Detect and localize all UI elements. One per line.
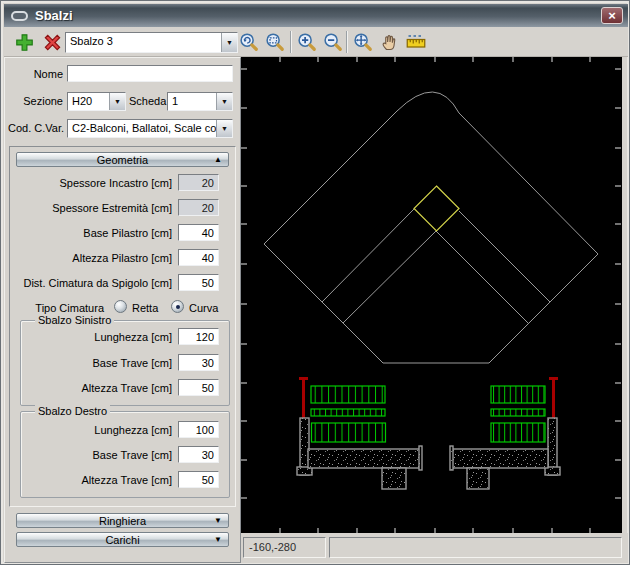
destro-base-trave-field[interactable] bbox=[178, 446, 219, 463]
pan-hand-icon bbox=[380, 32, 400, 52]
spessore-estremita-field[interactable] bbox=[178, 199, 219, 216]
field-label: Lunghezza [cm] bbox=[15, 331, 172, 343]
zoom-extents-icon bbox=[353, 32, 373, 52]
destro-lunghezza-field[interactable] bbox=[178, 421, 219, 438]
left-section bbox=[297, 377, 422, 489]
cod-cvar-label: Cod. C.Var. bbox=[5, 122, 64, 134]
toolbar: Sbalzo 3 ▼ bbox=[4, 27, 628, 57]
field-label: Altezza Pilastro [cm] bbox=[15, 252, 172, 264]
pan-button[interactable] bbox=[378, 30, 402, 54]
cursor-coordinates: -160,-280 bbox=[243, 537, 326, 558]
field-label: Dist. Cimatura da Spigolo [cm] bbox=[15, 277, 172, 289]
base-pilastro-field[interactable] bbox=[178, 224, 219, 241]
sbalzo-sinistro-title: Sbalzo Sinistro bbox=[35, 314, 114, 326]
sezione-label: Sezione bbox=[5, 95, 63, 107]
field-label: Lunghezza [cm] bbox=[15, 424, 172, 436]
measure-button[interactable] bbox=[404, 30, 428, 54]
chevron-down-icon: ▼ bbox=[216, 93, 232, 110]
rebar-row bbox=[312, 423, 386, 442]
field-label: Base Pilastro [cm] bbox=[15, 227, 172, 239]
sbalzo-selector-value: Sbalzo 3 bbox=[66, 33, 221, 52]
railing-post bbox=[302, 378, 305, 419]
field-label: Spessore Incastro [cm] bbox=[15, 177, 172, 189]
rebar-row bbox=[491, 409, 545, 416]
curva-radio[interactable] bbox=[171, 300, 184, 313]
collapse-down-icon: ▼ bbox=[214, 536, 222, 544]
properties-panel: Nome Sezione H20 ▼ Scheda 1 ▼ Cod. C.Var… bbox=[4, 57, 241, 563]
sbalzi-window: Sbalzi × Sbalzo 3 ▼ bbox=[0, 0, 630, 565]
field-label: Base Trave [cm] bbox=[15, 357, 172, 369]
sinistro-base-trave-field[interactable] bbox=[178, 354, 219, 371]
dropdown-button[interactable]: ▼ bbox=[221, 33, 237, 52]
retta-label: Retta bbox=[132, 302, 158, 314]
zoom-window-button[interactable] bbox=[263, 30, 287, 54]
toolbar-separator bbox=[346, 31, 348, 53]
zoom-in-icon bbox=[297, 32, 317, 52]
toolbar-separator bbox=[290, 31, 292, 53]
zoom-previous-icon bbox=[239, 32, 259, 52]
zoom-in-button[interactable] bbox=[295, 30, 319, 54]
carichi-section-button[interactable]: Carichi ▼ bbox=[16, 532, 229, 547]
carichi-section-label: Carichi bbox=[105, 534, 139, 546]
ringhiera-section-label: Ringhiera bbox=[99, 515, 146, 527]
chevron-down-icon: ▼ bbox=[109, 93, 125, 110]
window-titlebar[interactable]: Sbalzi × bbox=[4, 4, 628, 27]
spessore-incastro-field[interactable] bbox=[178, 174, 219, 191]
railing-post bbox=[552, 378, 555, 419]
nome-label: Nome bbox=[5, 68, 63, 80]
plus-icon bbox=[15, 33, 34, 52]
field-label: Base Trave [cm] bbox=[15, 449, 172, 461]
column-plan-highlight bbox=[414, 186, 459, 231]
sbalzo-selector[interactable]: Sbalzo 3 ▼ bbox=[65, 32, 238, 53]
cad-drawing bbox=[241, 57, 622, 533]
curva-label: Curva bbox=[189, 302, 218, 314]
right-section bbox=[450, 377, 560, 489]
sinistro-lunghezza-field[interactable] bbox=[178, 328, 219, 345]
ringhiera-section-button[interactable]: Ringhiera ▼ bbox=[16, 513, 229, 528]
zoom-out-button[interactable] bbox=[321, 30, 345, 54]
close-icon: × bbox=[608, 9, 616, 22]
sbalzo-destro-title: Sbalzo Destro bbox=[35, 405, 110, 417]
cod-cvar-select[interactable]: C2-Balconi, Ballatoi, Scale con ▼ bbox=[67, 119, 233, 138]
tipo-cimatura-label: Tipo Cimatura bbox=[15, 302, 104, 314]
scheda-select[interactable]: 1 ▼ bbox=[167, 92, 233, 111]
balcony-plan-outline bbox=[264, 92, 598, 363]
cad-viewport[interactable] bbox=[241, 57, 622, 533]
dist-cimatura-field[interactable] bbox=[178, 274, 219, 291]
delete-x-icon bbox=[43, 33, 62, 52]
close-button[interactable]: × bbox=[601, 7, 623, 24]
sinistro-altezza-trave-field[interactable] bbox=[178, 379, 219, 396]
status-message-box bbox=[329, 537, 622, 558]
geometria-section-button[interactable]: Geometria ▲ bbox=[16, 152, 229, 167]
retta-radio[interactable] bbox=[114, 300, 127, 313]
nome-input[interactable] bbox=[67, 65, 233, 82]
destro-altezza-trave-field[interactable] bbox=[178, 471, 219, 488]
chevron-down-icon: ▼ bbox=[226, 39, 233, 46]
geometria-section-label: Geometria bbox=[97, 154, 148, 166]
rebar-row bbox=[491, 386, 545, 403]
status-bar: -160,-280 bbox=[241, 533, 628, 563]
field-label: Altezza Trave [cm] bbox=[15, 474, 172, 486]
beam-plan-lines bbox=[322, 209, 550, 323]
delete-sbalzo-button[interactable] bbox=[40, 30, 64, 54]
zoom-previous-button[interactable] bbox=[237, 30, 261, 54]
window-title: Sbalzi bbox=[35, 8, 73, 23]
zoom-extents-button[interactable] bbox=[351, 30, 375, 54]
rebar-row bbox=[311, 386, 385, 403]
sezione-select[interactable]: H20 ▼ bbox=[67, 92, 126, 111]
rebar-row bbox=[491, 423, 545, 442]
cod-cvar-value: C2-Balconi, Ballatoi, Scale con bbox=[68, 120, 216, 137]
scheda-value: 1 bbox=[168, 93, 216, 110]
collapse-up-icon: ▲ bbox=[214, 156, 222, 164]
field-label: Spessore Estremità [cm] bbox=[15, 202, 172, 214]
window-icon bbox=[11, 11, 28, 21]
scheda-label: Scheda bbox=[129, 95, 165, 107]
chevron-down-icon: ▼ bbox=[216, 120, 232, 137]
collapse-down-icon: ▼ bbox=[214, 517, 222, 525]
sezione-value: H20 bbox=[68, 93, 109, 110]
rebar-row bbox=[311, 409, 385, 416]
add-sbalzo-button[interactable] bbox=[12, 30, 36, 54]
zoom-out-icon bbox=[323, 32, 343, 52]
ruler-ticks bbox=[241, 57, 621, 533]
altezza-pilastro-field[interactable] bbox=[178, 249, 219, 266]
